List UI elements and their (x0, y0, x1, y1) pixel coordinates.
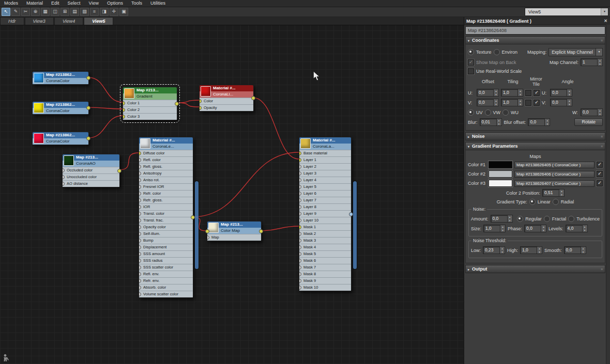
input-socket[interactable] (299, 245, 301, 249)
input-socket[interactable] (299, 265, 301, 270)
output-socket[interactable] (86, 76, 90, 80)
output-socket[interactable] (251, 96, 255, 100)
spinner-arrows-icon[interactable]: ▴▾ (493, 89, 498, 96)
node-slot[interactable]: Anisotropy (139, 170, 193, 177)
node-slot[interactable]: Layer 4 (299, 177, 351, 183)
input-socket[interactable] (299, 178, 301, 182)
input-socket[interactable] (139, 171, 141, 176)
node-colormap[interactable]: Map #213...Color MapMap (207, 221, 262, 241)
v-angle-spinner[interactable]: 0,0▴▾ (550, 99, 572, 106)
node-slot[interactable]: Mask 1 (299, 224, 351, 230)
node-slot[interactable]: Layer 1 (299, 156, 351, 163)
node-slot[interactable]: Mask 2 (299, 230, 351, 237)
tab-hdr[interactable]: Hdr (0, 17, 24, 25)
node-slot[interactable]: Mask 3 (299, 237, 351, 244)
node-slot[interactable]: Fresnel IOR (139, 183, 193, 190)
node-slot[interactable]: Mask 5 (299, 250, 351, 257)
node-slot[interactable]: Refr. env. (139, 277, 193, 284)
rollout-gradient-parameters[interactable]: ▾ Gradient Parameters ≡ (465, 142, 605, 150)
input-socket[interactable] (299, 185, 301, 189)
node-scrollbar[interactable] (353, 181, 357, 269)
rollout-output[interactable]: ▸ Output ≡ (465, 265, 605, 273)
menu-options[interactable]: Options (103, 0, 127, 7)
draw-connection-tool[interactable]: ✎ (11, 8, 20, 16)
linear-radio[interactable] (529, 199, 536, 205)
input-socket[interactable] (139, 239, 141, 243)
close-icon[interactable]: ✕ (603, 19, 608, 23)
input-socket[interactable] (299, 158, 301, 162)
spinner-arrows-icon[interactable]: ▴▾ (493, 99, 498, 106)
spinner-arrows-icon[interactable]: ▴▾ (559, 189, 564, 196)
map-slot-button[interactable]: Map #2138626407 ( CoronaColor ) (514, 180, 594, 187)
grid-snap-icon[interactable]: ⊞ (60, 8, 69, 16)
color-swatch-button[interactable] (489, 170, 512, 178)
node-slot[interactable]: SSS scatter color (139, 264, 193, 271)
spinner-arrows-icon[interactable]: ▴▾ (597, 59, 602, 66)
node-slot[interactable]: Occluded color (63, 167, 119, 173)
input-socket[interactable] (123, 108, 125, 112)
input-socket[interactable] (299, 205, 301, 209)
pan-person-icon[interactable] (3, 354, 11, 362)
node-coronacolor-yellow[interactable]: Map #213862...CoronaColor (32, 101, 89, 115)
spinner-arrows-icon[interactable]: ▴▾ (541, 225, 546, 232)
input-socket[interactable] (200, 99, 202, 103)
fractal-radio[interactable] (544, 216, 550, 222)
u-tile-checkbox[interactable]: ✓ (533, 90, 540, 96)
node-header[interactable]: Map #213862...CoronaColor (33, 132, 88, 145)
output-socket[interactable] (86, 136, 90, 140)
input-socket[interactable] (139, 192, 141, 196)
input-socket[interactable] (139, 151, 141, 155)
select-tool[interactable]: ↖ (2, 8, 10, 16)
menu-select[interactable]: Select (64, 0, 85, 7)
input-socket[interactable] (139, 218, 141, 223)
node-slot[interactable]: SSS amount (139, 250, 193, 257)
blur-spinner[interactable]: 0,01▴▾ (480, 118, 502, 126)
output-socket[interactable] (259, 229, 263, 233)
input-socket[interactable] (139, 165, 141, 169)
rollout-coordinates[interactable]: ▾ Coordinates ≡ (465, 36, 605, 44)
node-header[interactable]: Map #213862...CoronaColor (33, 102, 88, 114)
node-header[interactable]: Material #...CoronaLa... (299, 137, 351, 150)
node-slot[interactable]: Color 1 (123, 100, 177, 106)
spinner-arrows-icon[interactable]: ▴▾ (500, 225, 505, 232)
tab-view3[interactable]: View3 (25, 17, 54, 25)
input-socket[interactable] (139, 185, 141, 189)
spinner-arrows-icon[interactable]: ▴▾ (567, 89, 572, 96)
input-socket[interactable] (123, 101, 125, 105)
shade-selected-icon[interactable]: ◨ (100, 8, 109, 16)
spinner-arrows-icon[interactable]: ▴▾ (517, 89, 523, 96)
node-coronala[interactable]: Material #...CoronaLa...Base materialLay… (299, 137, 352, 291)
node-slot[interactable]: Mask 7 (299, 264, 351, 271)
node-slot[interactable]: Map (207, 234, 261, 241)
node-slot[interactable]: Layer 2 (299, 163, 351, 170)
turbulence-radio[interactable] (568, 216, 574, 222)
u-angle-spinner[interactable]: 0,0▴▾ (550, 89, 572, 97)
levels-spinner[interactable]: 4,0▴▾ (566, 225, 588, 232)
node-header[interactable]: Material #...CoronaLi... (200, 85, 253, 98)
input-socket[interactable] (123, 115, 125, 119)
input-socket[interactable] (299, 171, 301, 176)
panel-scrollbar[interactable] (606, 25, 610, 364)
spinner-arrows-icon[interactable]: ▴▾ (517, 99, 523, 106)
spinner-arrows-icon[interactable]: ▴▾ (499, 247, 505, 254)
radial-radio[interactable] (553, 199, 559, 205)
texture-radio[interactable] (468, 49, 474, 55)
input-socket[interactable] (299, 151, 301, 155)
wu-radio[interactable] (502, 109, 509, 116)
input-socket[interactable] (139, 252, 141, 256)
tab-view5[interactable]: View5 (84, 17, 113, 25)
menu-material[interactable]: Material (22, 0, 47, 7)
node-slot[interactable]: Diffuse color (139, 150, 193, 156)
node-slot[interactable]: Refl. env. (139, 271, 193, 277)
node-slot[interactable]: SSS radius (139, 257, 193, 264)
v-offset-spinner[interactable]: 0,0▴▾ (477, 99, 499, 106)
node-slot[interactable]: Mask 8 (299, 271, 351, 277)
v-tiling-spinner[interactable]: 1,0▴▾ (501, 99, 523, 106)
input-socket[interactable] (63, 182, 65, 186)
node-slot[interactable]: Base material (299, 150, 351, 156)
map-slot-button[interactable]: Map #2138626405 ( CoronaColor ) (514, 162, 594, 168)
map-slot-button[interactable]: Map #2138626406 ( CoronaColor ) (514, 171, 594, 178)
spinner-arrows-icon[interactable]: ▴▾ (537, 247, 542, 254)
color2-position-spinner[interactable]: 0,51▴▾ (542, 189, 565, 197)
tab-view4[interactable]: View4 (54, 17, 83, 25)
